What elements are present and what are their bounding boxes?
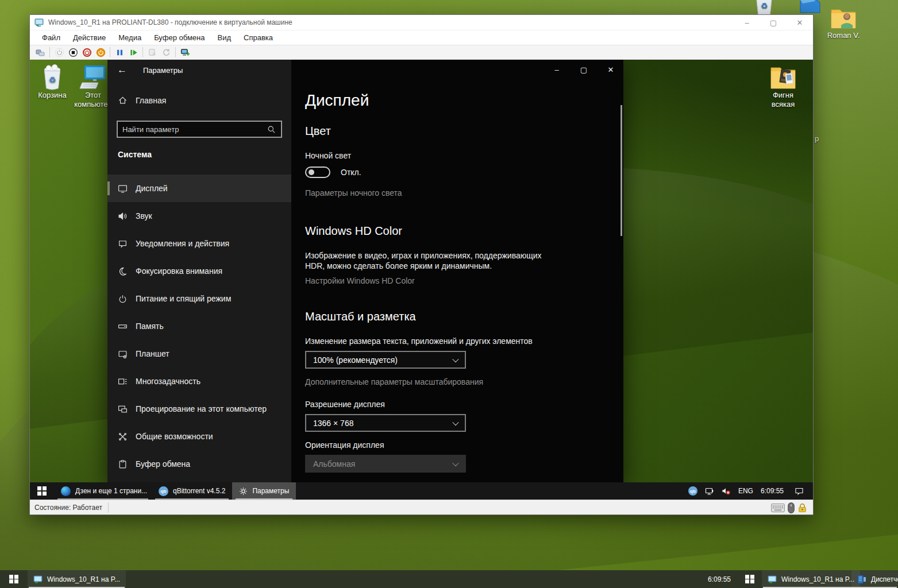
scale-section-heading: Масштаб и разметка — [305, 310, 416, 323]
sidebar-item-sound[interactable]: Звук — [107, 202, 291, 230]
sidebar-item-storage[interactable]: Память — [107, 312, 291, 340]
chevron-down-icon — [452, 355, 458, 362]
sidebar-item-power[interactable]: Питание и спящий режим — [107, 285, 291, 312]
selected-accent-bar — [107, 292, 110, 305]
pause-button[interactable] — [113, 46, 126, 59]
sidebar-item-display[interactable]: Дисплей — [107, 175, 291, 202]
vm-folder-photos[interactable]: Фигня всякая — [761, 63, 805, 109]
host-start-button[interactable] — [0, 570, 28, 588]
menu-item-6[interactable]: Справка — [237, 31, 279, 44]
sidebar-item-label: Питание и спящий режим — [136, 294, 231, 303]
vm-screen: ♻ Корзина Этот компьютер Фигня всякая ← — [30, 60, 813, 500]
taskbar-button-edge[interactable]: Дзен и еще 1 страни... — [54, 482, 152, 500]
vm-connect-icon — [768, 575, 777, 584]
windows-logo-icon — [745, 575, 754, 584]
keyboard-language[interactable]: ENG — [738, 487, 753, 495]
search-icon[interactable] — [267, 125, 276, 134]
menu-item-1[interactable]: Файл — [36, 31, 67, 44]
sidebar-item-multitask[interactable]: Многозадачность — [107, 368, 291, 395]
home-label: Главная — [136, 96, 166, 105]
sidebar-item-shared[interactable]: Общие возможности — [107, 423, 291, 450]
turn-on-button[interactable] — [94, 46, 107, 59]
host-clock[interactable]: 6:09:55 — [708, 570, 731, 588]
mouse-status-icon — [788, 502, 795, 513]
action-center-icon[interactable] — [795, 486, 804, 496]
sidebar-item-tablet[interactable]: Планшет — [107, 340, 291, 368]
sidebar-item-focus[interactable]: Фокусировка внимания — [107, 257, 291, 285]
resolution-dropdown[interactable]: 1366 × 768 — [305, 414, 466, 432]
revert-button[interactable] — [159, 46, 173, 59]
export-icon — [148, 48, 157, 57]
night-light-settings-link[interactable]: Параметры ночного света — [305, 188, 402, 198]
taskbar-button-qbittorrent[interactable]: qbqBittorrent v4.5.2 — [152, 482, 232, 500]
stop-button[interactable] — [66, 46, 80, 59]
toolbar-separator — [175, 47, 176, 57]
scale-dropdown[interactable]: 100% (рекомендуется) — [305, 351, 466, 369]
qbittorrent-tray-icon[interactable]: qb — [688, 486, 697, 496]
power-off-button[interactable] — [52, 46, 66, 59]
sidebar-item-clipboard[interactable]: Буфер обмена — [107, 450, 291, 478]
hd-color-heading: Windows HD Color — [305, 225, 402, 238]
host-manager-task-button[interactable]: Диспетчер — [851, 570, 898, 588]
vm-task-buttons: Дзен и еще 1 страни...qbqBittorrent v4.5… — [54, 482, 296, 500]
settings-maximize-button[interactable]: ▢ — [571, 60, 596, 79]
pause-icon — [115, 48, 125, 57]
vm-recycle-bin-label: Корзина — [30, 91, 75, 100]
hd-color-settings-link[interactable]: Настройки Windows HD Color — [305, 276, 415, 285]
advanced-scaling-link[interactable]: Дополнительные параметры масштабирования — [305, 377, 483, 386]
ctrl-alt-del-button[interactable] — [33, 46, 47, 59]
selected-accent-bar — [107, 237, 110, 250]
host-vm-task-button-monitor2[interactable]: Windows_10_R1 на P... — [762, 570, 860, 588]
clipped-icon-label-fragment: р — [815, 134, 819, 143]
export-button[interactable] — [145, 46, 159, 59]
vm-status-text: Состояние: Работает — [34, 504, 102, 512]
settings-minimize-button[interactable]: – — [544, 60, 569, 79]
scrollbar-thumb[interactable] — [620, 105, 622, 236]
menu-item-3[interactable]: Медиа — [112, 31, 148, 44]
shutdown-icon — [82, 48, 92, 57]
resume-icon — [129, 48, 138, 57]
vm-window-icon — [34, 18, 44, 27]
settings-nav-list: ДисплейЗвукУведомления и действияФокусир… — [107, 175, 291, 478]
menu-item-4[interactable]: Буфер обмена — [148, 31, 211, 44]
shutdown-button[interactable] — [80, 46, 94, 59]
active-underline — [155, 498, 229, 500]
stop-icon — [68, 48, 78, 57]
toggle-knob — [309, 169, 314, 175]
menu-item-2[interactable]: Действие — [67, 31, 112, 44]
resolution-label: Разрешение дисплея — [305, 400, 385, 409]
orientation-label: Ориентация дисплея — [305, 440, 384, 450]
checkpoint-button[interactable] — [178, 46, 192, 59]
storage-icon — [118, 322, 128, 331]
settings-search-input[interactable] — [118, 125, 267, 134]
night-light-toggle[interactable] — [305, 167, 330, 178]
sidebar-item-home[interactable]: Главная — [118, 95, 166, 105]
vm-connection-window: Windows_10_R1 на PROLIANT-DL380 - подклю… — [29, 14, 814, 515]
vm-window-titlebar[interactable]: Windows_10_R1 на PROLIANT-DL380 - подклю… — [30, 15, 813, 30]
ctrl-alt-del-icon — [36, 48, 45, 57]
vm-recycle-bin[interactable]: ♻ Корзина — [30, 63, 75, 100]
sidebar-item-project[interactable]: Проецирование на этот компьютер — [107, 395, 291, 423]
vm-minimize-button[interactable]: – — [734, 15, 760, 30]
user-folder-label: Roman V. — [819, 31, 868, 40]
network-tray-icon[interactable] — [705, 486, 714, 496]
vm-start-button[interactable] — [30, 482, 54, 500]
vm-maximize-button[interactable]: ▢ — [760, 15, 787, 30]
menu-item-5[interactable]: Вид — [211, 31, 237, 44]
host-vm-task-button[interactable]: Windows_10_R1 на P... — [28, 570, 126, 588]
display-icon — [118, 184, 128, 194]
vm-close-button[interactable]: ✕ — [787, 15, 813, 30]
task-label: Дзен и еще 1 страни... — [75, 487, 147, 495]
toolbar-separator — [49, 47, 50, 57]
settings-close-button[interactable]: ✕ — [598, 60, 623, 79]
vm-clock[interactable]: 6:09:55 — [761, 487, 784, 495]
volume-muted-icon[interactable] — [722, 486, 731, 496]
host-user-folder[interactable]: Roman V. — [819, 5, 868, 40]
back-arrow-icon[interactable]: ← — [117, 64, 127, 76]
sidebar-item-notifications[interactable]: Уведомления и действия — [107, 230, 291, 257]
taskbar-button-gear[interactable]: Параметры — [232, 482, 296, 500]
settings-search-box[interactable] — [117, 121, 282, 138]
settings-sidebar: ← Параметры Главная Система ДисплейЗвукУ… — [107, 60, 291, 482]
resume-button[interactable] — [126, 46, 140, 59]
host-start-button-monitor2[interactable] — [738, 570, 762, 588]
